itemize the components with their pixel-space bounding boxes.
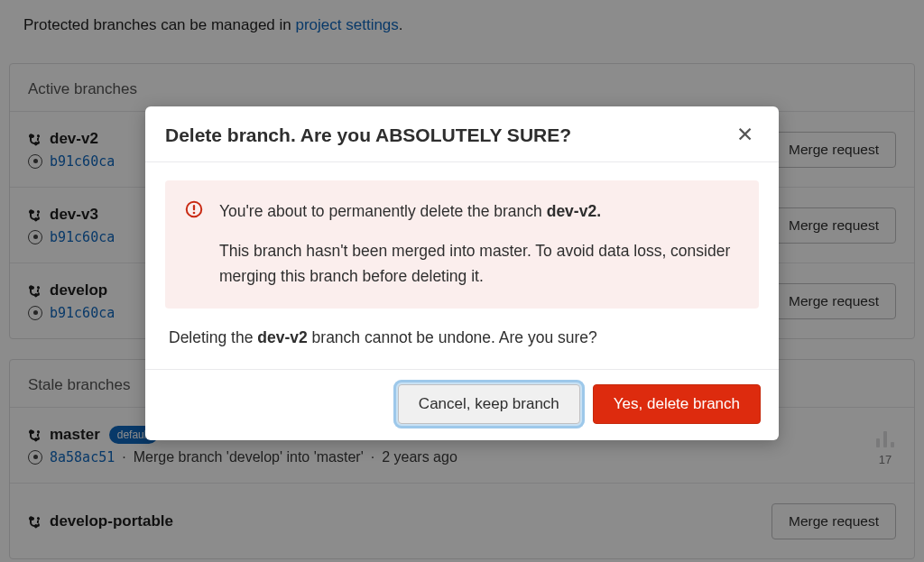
svg-rect-1 — [193, 205, 195, 210]
modal-header: Delete branch. Are you ABSOLUTELY SURE? … — [145, 106, 779, 162]
modal-title: Delete branch. Are you ABSOLUTELY SURE? — [165, 124, 571, 146]
confirm-post: branch cannot be undone. Are you sure? — [308, 328, 597, 346]
confirm-branch: dev-v2 — [257, 328, 307, 346]
warning-icon — [185, 200, 203, 218]
cancel-button[interactable]: Cancel, keep branch — [398, 384, 580, 424]
svg-point-2 — [193, 212, 196, 215]
confirm-pre: Deleting the — [169, 328, 257, 346]
confirm-text: Deleting the dev-v2 branch cannot be und… — [165, 309, 759, 364]
close-icon[interactable]: ✕ — [731, 121, 759, 149]
warning-box: You're about to permanently delete the b… — [165, 180, 759, 309]
delete-branch-modal: Delete branch. Are you ABSOLUTELY SURE? … — [145, 106, 779, 440]
modal-overlay[interactable]: Delete branch. Are you ABSOLUTELY SURE? … — [0, 0, 924, 562]
modal-footer: Cancel, keep branch Yes, delete branch — [145, 369, 779, 440]
warn-line1-pre: You're about to permanently delete the b… — [219, 202, 547, 220]
warn-line1-branch: dev-v2. — [547, 202, 601, 220]
warn-line2: This branch hasn't been merged into mast… — [219, 238, 739, 289]
delete-button[interactable]: Yes, delete branch — [593, 384, 761, 424]
warning-text: You're about to permanently delete the b… — [219, 198, 739, 289]
modal-body: You're about to permanently delete the b… — [145, 162, 779, 369]
